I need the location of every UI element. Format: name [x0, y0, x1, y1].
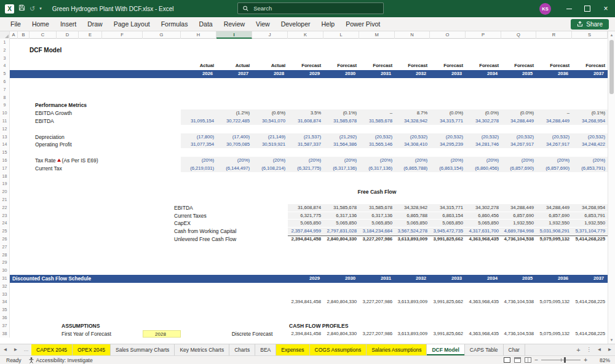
cell-Q24[interactable]: 1,932,550	[501, 220, 536, 228]
cell-O10[interactable]: (0.0%)	[430, 109, 466, 117]
cell-P31[interactable]: 2034	[466, 275, 501, 283]
row-header-34[interactable]: 34	[0, 298, 10, 306]
input-first-forecast-year[interactable]: 2028	[143, 330, 181, 338]
row-header-15[interactable]: 15	[0, 149, 10, 157]
cell-R23[interactable]: 6,857,690	[536, 212, 572, 220]
cell-M10[interactable]: –	[359, 109, 395, 117]
section-performance-metrics[interactable]: Performance Metrics	[35, 101, 133, 109]
cell-N25[interactable]: 3,567,524,278	[395, 228, 430, 235]
cell-Q26[interactable]: 4,736,104,538	[501, 235, 536, 243]
row-header-11[interactable]: 11	[0, 117, 10, 125]
tabbar-scroll-right-icon[interactable]: ►	[605, 344, 615, 355]
cell-M17[interactable]: (6,317,136)	[359, 165, 395, 173]
cell-K24[interactable]: 5,065,850	[288, 220, 323, 228]
cell-J5[interactable]: 2028	[252, 70, 288, 78]
cell-R5[interactable]: 2036	[536, 70, 572, 78]
sheet-tab-sales-summary-charts[interactable]: Sales Summary Charts	[111, 344, 175, 355]
ribbon-tab-formulas[interactable]: Formulas	[156, 17, 194, 31]
cell-R34[interactable]: 5,075,095,132	[536, 298, 572, 306]
cell-K31[interactable]: 2029	[288, 275, 323, 283]
cell-S16[interactable]: (20%)	[572, 157, 608, 165]
cell-H4[interactable]: Actual	[181, 62, 216, 70]
row-header-27[interactable]: 27	[0, 243, 10, 251]
cell-O23[interactable]: 6,863,154	[430, 212, 466, 220]
cell-J16[interactable]: (20%)	[252, 157, 288, 165]
cell-O11[interactable]: 34,315,771	[430, 117, 466, 125]
cell-K26[interactable]: 2,394,841,458	[288, 235, 323, 243]
cell-M25[interactable]: 3,184,234,684	[359, 228, 395, 235]
column-header-A[interactable]: A	[10, 31, 18, 39]
row-header-26[interactable]: 26	[0, 235, 10, 243]
cell-R22[interactable]: 34,288,449	[536, 204, 572, 212]
column-header-G[interactable]: G	[143, 31, 181, 39]
cell-N17[interactable]: (6,865,788)	[395, 165, 430, 173]
cell-L16[interactable]: (20%)	[323, 157, 359, 165]
cell-S26[interactable]: 5,414,268,225	[572, 235, 608, 243]
sheet-tab-bea[interactable]: BEA	[255, 344, 276, 355]
sheet-nav-right-icon[interactable]: ►	[10, 344, 21, 355]
sheet-tab-opex-2045[interactable]: OPEX 2045	[73, 344, 111, 355]
cell-O38[interactable]: 3,991,825,662	[430, 330, 466, 338]
sheet-tab-charts[interactable]: Charts	[229, 344, 255, 355]
cell-R38[interactable]: 5,075,095,132	[536, 330, 572, 338]
ribbon-tab-page-layout[interactable]: Page Layout	[108, 17, 156, 31]
row-header-19[interactable]: 19	[0, 180, 10, 188]
cell-K5[interactable]: 2029	[288, 70, 323, 78]
column-header-M[interactable]: M	[359, 31, 395, 39]
cell-N5[interactable]: 2032	[395, 70, 430, 78]
sheet-tab-caps-table[interactable]: CAPS Table	[465, 344, 504, 355]
cell-R26[interactable]: 5,075,095,132	[536, 235, 572, 243]
cell-K23[interactable]: 6,321,775	[288, 212, 323, 220]
cell-H16[interactable]: (20%)	[181, 157, 216, 165]
cell-H17[interactable]: (6,219,031)	[181, 165, 216, 173]
column-header-C[interactable]: C	[30, 31, 57, 39]
cell-S11[interactable]: 34,268,954	[572, 117, 608, 125]
cell-N31[interactable]: 2032	[395, 275, 430, 283]
cell-M4[interactable]: Forecast	[359, 62, 395, 70]
scroll-up-icon[interactable]: ▲	[608, 31, 615, 39]
column-header-O[interactable]: O	[430, 31, 466, 39]
cell-R31[interactable]: 2036	[536, 275, 572, 283]
cell-S22[interactable]: 34,268,954	[572, 204, 608, 212]
column-header-R[interactable]: R	[536, 31, 572, 39]
cell-S5[interactable]: 2037	[572, 70, 608, 78]
avatar[interactable]: KS	[539, 3, 551, 15]
accessibility-status[interactable]: Accessibility: Investigate	[29, 357, 93, 363]
label-discrete-forecast[interactable]: Discrete Forecast	[216, 330, 288, 338]
cell-L5[interactable]: 2030	[323, 70, 359, 78]
label-fcf-unlevered[interactable]: Unlevered Free Cash Flow	[174, 235, 272, 243]
label-fcf-capex[interactable]: CapEX	[174, 220, 272, 228]
row-header-10[interactable]: 10	[0, 109, 10, 117]
cell-N13[interactable]: (20,532)	[395, 133, 430, 141]
ribbon-tab-home[interactable]: Home	[26, 17, 55, 31]
cell-O34[interactable]: 3,991,825,662	[430, 298, 466, 306]
cell-I14[interactable]: 30,705,085	[216, 141, 252, 149]
cell-Q10[interactable]: (0.0%)	[501, 109, 536, 117]
undo-icon[interactable]: ↺	[30, 0, 35, 17]
cell-P11[interactable]: 34,302,278	[466, 117, 501, 125]
cell-M22[interactable]: 31,585,678	[359, 204, 395, 212]
cell-H13[interactable]: (17,800)	[181, 133, 216, 141]
label-operating-profit[interactable]: Operating Profit	[35, 141, 133, 149]
sheet-nav-more-icon[interactable]: …	[21, 344, 31, 355]
cell-R14[interactable]: 34,267,917	[536, 141, 572, 149]
cell-Q4[interactable]: Forecast	[501, 62, 536, 70]
cell-M23[interactable]: 6,317,136	[359, 212, 395, 220]
sheet-tab-dcf-model[interactable]: DCF Model	[427, 344, 464, 355]
cell-O24[interactable]: 5,065,850	[430, 220, 466, 228]
cell-Q14[interactable]: 34,267,917	[501, 141, 536, 149]
row-header-22[interactable]: 22	[0, 204, 10, 212]
cell-S14[interactable]: 34,248,422	[572, 141, 608, 149]
cell-P13[interactable]: (20,532)	[466, 133, 501, 141]
select-all-corner[interactable]	[0, 31, 10, 39]
row-header-4[interactable]: 4	[0, 62, 10, 70]
row-header-3[interactable]: 3	[0, 55, 10, 63]
cell-M14[interactable]: 31,565,146	[359, 141, 395, 149]
cell-O5[interactable]: 2033	[430, 70, 466, 78]
cell-R24[interactable]: 1,932,550	[536, 220, 572, 228]
cell-P14[interactable]: 34,281,746	[466, 141, 501, 149]
sheet-tab-capex-2045[interactable]: CAPEX 2045	[31, 344, 73, 355]
cell-P26[interactable]: 4,363,968,435	[466, 235, 501, 243]
cell-M38[interactable]: 3,227,207,986	[359, 330, 395, 338]
cell-L17[interactable]: (6,317,136)	[323, 165, 359, 173]
